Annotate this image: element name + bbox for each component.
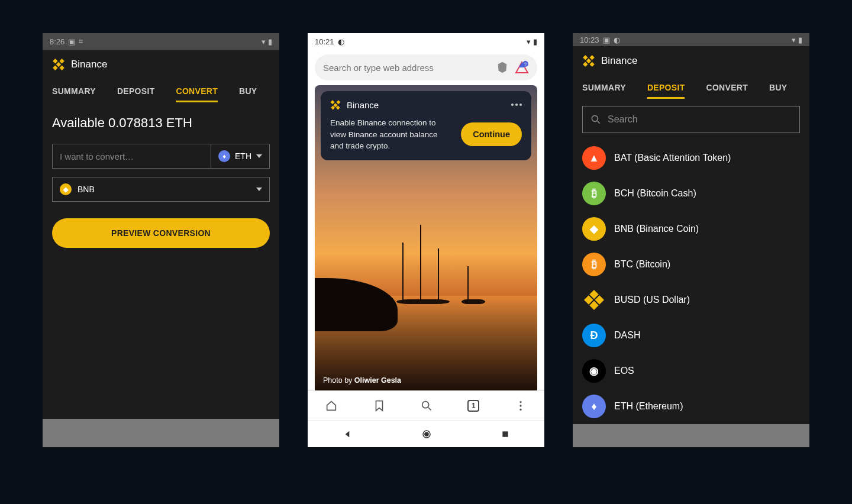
coin-label: BTC (Bitcoin)	[614, 259, 670, 270]
coin-row-bnb[interactable]: ◆BNB (Binance Coin)	[582, 211, 800, 247]
brave-shield-icon[interactable]	[496, 61, 509, 74]
search-icon	[590, 114, 602, 125]
omnibox[interactable]: ?	[315, 54, 537, 80]
tab-deposit[interactable]: DEPOSIT	[647, 78, 685, 99]
home-nav-icon[interactable]	[421, 429, 432, 440]
phone-convert: 8:26 ▣ ⌗ ▾ ▮ Binance SUMMARY DEPOSIT CON…	[43, 33, 279, 447]
photo-credit: Photo by Oliwier Gesla	[323, 376, 401, 385]
dash-icon: Ð	[582, 324, 606, 347]
tab-convert[interactable]: CONVERT	[706, 78, 748, 99]
rewards-icon[interactable]: ?	[515, 60, 529, 75]
tab-buy[interactable]: BUY	[769, 78, 787, 99]
tab-summary[interactable]: SUMMARY	[582, 78, 626, 99]
to-currency-select[interactable]: ◆ BNB	[52, 177, 270, 202]
from-currency-label: ETH	[235, 151, 251, 161]
sync-icon: ◐	[338, 37, 344, 46]
coin-row-bat[interactable]: ▲BAT (Basic Attention Token)	[582, 140, 800, 176]
eth-icon: ♦	[582, 395, 606, 418]
coin-row-busd[interactable]: BUSD (US Dollar)	[582, 282, 800, 318]
status-bar: 8:26 ▣ ⌗ ▾ ▮	[43, 33, 279, 50]
from-currency-select[interactable]: ♦ ETH	[211, 144, 269, 168]
bnb-icon: ◆	[60, 183, 72, 195]
coin-label: EOS	[614, 366, 634, 376]
app-header: Binance	[43, 50, 279, 76]
wifi-icon: ▾	[792, 35, 796, 44]
system-nav-bar	[308, 420, 544, 447]
image-icon: ▣	[603, 35, 610, 44]
tab-convert[interactable]: CONVERT	[176, 82, 218, 102]
status-bar: 10:23 ▣ ◐ ▾ ▮	[573, 33, 809, 46]
svg-text:?: ?	[524, 62, 527, 67]
home-icon[interactable]	[325, 399, 338, 412]
coin-label: BNB (Binance Coin)	[614, 224, 699, 234]
binance-logo-icon	[579, 52, 598, 70]
phone-browser: 10:21 ◐ ▾ ▮ ?	[308, 33, 544, 447]
binance-logo-icon	[49, 55, 67, 73]
svg-line-13	[598, 121, 600, 124]
binance-widget: Binance Enable Binance connection to vie…	[321, 91, 531, 160]
svg-rect-11	[503, 431, 508, 437]
coin-label: DASH	[614, 330, 640, 341]
svg-point-7	[519, 405, 521, 406]
menu-icon[interactable]	[514, 399, 527, 412]
coin-row-btc[interactable]: ₿BTC (Bitcoin)	[582, 247, 800, 282]
btc-icon: ₿	[582, 253, 606, 276]
to-currency-label: BNB	[78, 185, 95, 194]
bnb-icon: ◆	[582, 217, 606, 241]
tab-buy[interactable]: BUY	[239, 82, 257, 102]
convert-amount-row: ♦ ETH	[52, 144, 270, 169]
svg-point-12	[592, 116, 598, 122]
sailboat-graphic	[367, 231, 485, 302]
eth-icon: ♦	[218, 150, 230, 162]
coin-label: BCH (Bitcoin Cash)	[614, 188, 696, 199]
coin-row-dash[interactable]: ÐDASH	[582, 318, 800, 353]
app-title: Binance	[71, 59, 107, 70]
bch-icon: ₿	[582, 182, 606, 205]
wifi-icon: ▾	[527, 37, 531, 46]
svg-line-5	[428, 407, 431, 410]
busd-icon	[582, 288, 606, 312]
coin-search-box[interactable]	[582, 106, 800, 133]
bookmark-icon[interactable]	[373, 399, 386, 412]
recent-nav-icon[interactable]	[501, 430, 509, 438]
tabs-row: SUMMARY DEPOSIT CONVERT BUY	[43, 76, 279, 102]
back-nav-icon[interactable]	[343, 429, 352, 439]
svg-point-10	[424, 432, 429, 437]
search-icon[interactable]	[420, 399, 433, 412]
tab-deposit[interactable]: DEPOSIT	[117, 82, 155, 102]
phone-deposit: 10:23 ▣ ◐ ▾ ▮ Binance SUMMARY DEPOSIT CO…	[573, 33, 809, 447]
address-input[interactable]	[323, 63, 490, 73]
coin-label: BAT (Basic Attention Token)	[614, 153, 731, 163]
bottom-bar	[573, 424, 809, 447]
coin-row-eth[interactable]: ♦ETH (Ethereum)	[582, 389, 800, 424]
svg-point-8	[519, 408, 521, 410]
chevron-down-icon	[256, 154, 262, 158]
coin-row-eos[interactable]: ◉EOS	[582, 353, 800, 389]
coin-row-bch[interactable]: ₿BCH (Bitcoin Cash)	[582, 176, 800, 211]
widget-message: Enable Binance connection to view Binanc…	[330, 117, 453, 152]
wifi-icon: ▾	[262, 37, 266, 46]
convert-amount-input[interactable]	[53, 144, 211, 168]
photographer-name: Oliwier Gesla	[354, 376, 401, 385]
status-bar: 10:21 ◐ ▾ ▮	[308, 33, 544, 50]
app-header: Binance	[573, 46, 809, 72]
widget-menu-icon[interactable]	[511, 104, 522, 106]
svg-point-4	[422, 401, 429, 408]
status-time: 8:26	[50, 37, 64, 46]
tab-summary[interactable]: SUMMARY	[52, 82, 96, 102]
image-icon: ▣	[68, 37, 75, 46]
eos-icon: ◉	[582, 359, 606, 383]
grid-icon: ⌗	[79, 37, 83, 46]
coin-search-input[interactable]	[608, 114, 792, 125]
battery-icon: ▮	[533, 37, 537, 46]
preview-conversion-button[interactable]: PREVIEW CONVERSION	[52, 218, 270, 248]
status-time: 10:23	[580, 35, 599, 44]
sync-icon: ◐	[614, 35, 620, 44]
status-time: 10:21	[315, 37, 334, 46]
binance-logo-icon	[328, 97, 343, 112]
bottom-bar	[43, 419, 279, 447]
chevron-down-icon	[256, 188, 262, 191]
continue-button[interactable]: Continue	[461, 122, 522, 146]
tab-count-button[interactable]: 1	[467, 400, 479, 412]
widget-title: Binance	[347, 100, 379, 110]
